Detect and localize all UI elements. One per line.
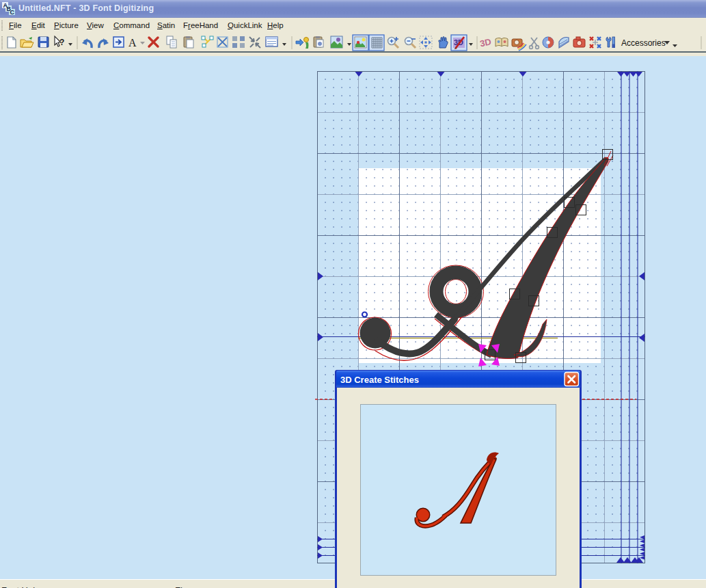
svg-text:A: A (128, 37, 137, 49)
svg-text:3D: 3D (479, 36, 492, 49)
svg-text:C: C (10, 9, 15, 16)
svg-text:?: ? (59, 38, 64, 47)
svg-text:Accessories: Accessories (621, 38, 666, 48)
svg-text:3D Create Stitches: 3D Create Stitches (340, 375, 419, 385)
